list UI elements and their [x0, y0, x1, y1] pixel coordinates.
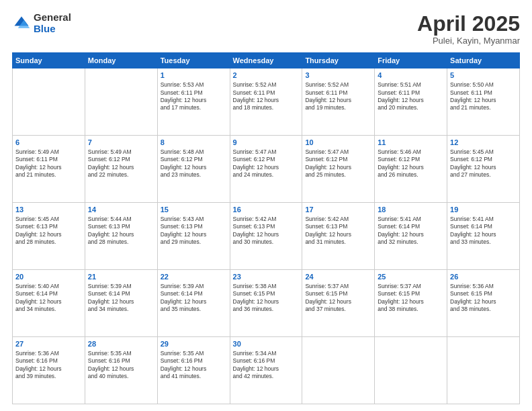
calendar-cell: 23Sunrise: 5:38 AM Sunset: 6:15 PM Dayli… [230, 270, 302, 337]
day-info: Sunrise: 5:38 AM Sunset: 6:15 PM Dayligh… [233, 283, 300, 314]
calendar-cell: 21Sunrise: 5:39 AM Sunset: 6:14 PM Dayli… [85, 270, 157, 337]
subtitle: Pulei, Kayin, Myanmar [417, 36, 520, 46]
day-number: 5 [450, 71, 517, 81]
day-number: 12 [450, 138, 517, 148]
calendar-cell: 13Sunrise: 5:45 AM Sunset: 6:13 PM Dayli… [13, 203, 85, 270]
day-info: Sunrise: 5:43 AM Sunset: 6:13 PM Dayligh… [161, 216, 227, 246]
calendar-cell: 8Sunrise: 5:48 AM Sunset: 6:12 PM Daylig… [157, 136, 230, 203]
day-number: 27 [15, 339, 82, 349]
day-number: 1 [161, 71, 227, 81]
weekday-header-thursday: Thursday [302, 53, 375, 68]
day-number: 7 [88, 138, 154, 148]
day-info: Sunrise: 5:41 AM Sunset: 6:14 PM Dayligh… [378, 216, 444, 246]
day-info: Sunrise: 5:52 AM Sunset: 6:11 PM Dayligh… [305, 81, 371, 112]
calendar-cell: 6Sunrise: 5:49 AM Sunset: 6:11 PM Daylig… [13, 136, 85, 203]
day-info: Sunrise: 5:35 AM Sunset: 6:16 PM Dayligh… [161, 350, 227, 381]
day-number: 18 [378, 205, 444, 215]
calendar-cell: 16Sunrise: 5:42 AM Sunset: 6:13 PM Dayli… [230, 203, 302, 270]
calendar-cell [447, 337, 520, 404]
day-number: 11 [378, 138, 444, 148]
day-number: 30 [233, 339, 300, 349]
weekday-header-monday: Monday [85, 53, 157, 68]
calendar-cell: 24Sunrise: 5:37 AM Sunset: 6:15 PM Dayli… [302, 270, 375, 337]
day-number: 10 [305, 138, 371, 148]
weekday-header-tuesday: Tuesday [157, 53, 230, 68]
week-row-3: 20Sunrise: 5:40 AM Sunset: 6:14 PM Dayli… [13, 270, 520, 337]
day-number: 2 [233, 71, 300, 81]
logo-general: General [34, 12, 71, 24]
day-info: Sunrise: 5:36 AM Sunset: 6:16 PM Dayligh… [15, 350, 82, 381]
weekday-header-friday: Friday [375, 53, 447, 68]
calendar-cell: 30Sunrise: 5:34 AM Sunset: 6:16 PM Dayli… [230, 337, 302, 404]
calendar-cell: 17Sunrise: 5:42 AM Sunset: 6:13 PM Dayli… [302, 203, 375, 270]
weekday-header-sunday: Sunday [13, 53, 85, 68]
day-info: Sunrise: 5:49 AM Sunset: 6:11 PM Dayligh… [15, 148, 82, 179]
calendar-cell [302, 337, 375, 404]
day-info: Sunrise: 5:51 AM Sunset: 6:11 PM Dayligh… [378, 81, 444, 112]
calendar-cell: 7Sunrise: 5:49 AM Sunset: 6:12 PM Daylig… [85, 136, 157, 203]
weekday-header-saturday: Saturday [447, 53, 520, 68]
calendar-cell: 4Sunrise: 5:51 AM Sunset: 6:11 PM Daylig… [375, 68, 447, 136]
day-info: Sunrise: 5:48 AM Sunset: 6:12 PM Dayligh… [161, 148, 227, 179]
logo-text: General Blue [34, 12, 71, 34]
day-number: 19 [450, 205, 517, 215]
day-info: Sunrise: 5:42 AM Sunset: 6:13 PM Dayligh… [233, 216, 300, 246]
calendar-cell: 29Sunrise: 5:35 AM Sunset: 6:16 PM Dayli… [157, 337, 230, 404]
day-info: Sunrise: 5:46 AM Sunset: 6:12 PM Dayligh… [378, 148, 444, 179]
calendar-cell [375, 337, 447, 404]
day-number: 17 [305, 205, 371, 215]
day-number: 8 [161, 138, 227, 148]
calendar-cell [85, 68, 157, 136]
calendar-cell [13, 68, 85, 136]
day-number: 6 [15, 138, 82, 148]
day-info: Sunrise: 5:53 AM Sunset: 6:11 PM Dayligh… [161, 81, 227, 112]
day-info: Sunrise: 5:47 AM Sunset: 6:12 PM Dayligh… [305, 148, 371, 179]
day-info: Sunrise: 5:39 AM Sunset: 6:14 PM Dayligh… [161, 283, 227, 314]
calendar-cell: 14Sunrise: 5:44 AM Sunset: 6:13 PM Dayli… [85, 203, 157, 270]
day-info: Sunrise: 5:52 AM Sunset: 6:11 PM Dayligh… [233, 81, 300, 112]
day-number: 16 [233, 205, 300, 215]
calendar-body: 1Sunrise: 5:53 AM Sunset: 6:11 PM Daylig… [13, 68, 520, 404]
day-number: 22 [161, 272, 227, 282]
day-info: Sunrise: 5:47 AM Sunset: 6:12 PM Dayligh… [233, 148, 300, 179]
calendar-cell: 25Sunrise: 5:37 AM Sunset: 6:15 PM Dayli… [375, 270, 447, 337]
day-number: 25 [378, 272, 444, 282]
title-block: April 2025 Pulei, Kayin, Myanmar [417, 12, 520, 46]
day-number: 24 [305, 272, 371, 282]
day-number: 9 [233, 138, 300, 148]
page: General Blue April 2025 Pulei, Kayin, My… [0, 0, 532, 411]
calendar-cell: 9Sunrise: 5:47 AM Sunset: 6:12 PM Daylig… [230, 136, 302, 203]
day-number: 21 [88, 272, 154, 282]
calendar-cell: 2Sunrise: 5:52 AM Sunset: 6:11 PM Daylig… [230, 68, 302, 136]
day-number: 3 [305, 71, 371, 81]
weekday-row: SundayMondayTuesdayWednesdayThursdayFrid… [13, 53, 520, 68]
calendar: SundayMondayTuesdayWednesdayThursdayFrid… [12, 52, 520, 404]
day-info: Sunrise: 5:37 AM Sunset: 6:15 PM Dayligh… [305, 283, 371, 314]
calendar-header: SundayMondayTuesdayWednesdayThursdayFrid… [13, 53, 520, 68]
day-info: Sunrise: 5:45 AM Sunset: 6:13 PM Dayligh… [15, 216, 82, 246]
day-info: Sunrise: 5:41 AM Sunset: 6:14 PM Dayligh… [450, 216, 517, 246]
day-info: Sunrise: 5:45 AM Sunset: 6:12 PM Dayligh… [450, 148, 517, 179]
day-info: Sunrise: 5:35 AM Sunset: 6:16 PM Dayligh… [88, 350, 154, 381]
calendar-cell: 11Sunrise: 5:46 AM Sunset: 6:12 PM Dayli… [375, 136, 447, 203]
calendar-cell: 15Sunrise: 5:43 AM Sunset: 6:13 PM Dayli… [157, 203, 230, 270]
calendar-cell: 28Sunrise: 5:35 AM Sunset: 6:16 PM Dayli… [85, 337, 157, 404]
calendar-cell: 20Sunrise: 5:40 AM Sunset: 6:14 PM Dayli… [13, 270, 85, 337]
week-row-1: 6Sunrise: 5:49 AM Sunset: 6:11 PM Daylig… [13, 136, 520, 203]
calendar-cell: 26Sunrise: 5:36 AM Sunset: 6:15 PM Dayli… [447, 270, 520, 337]
day-info: Sunrise: 5:44 AM Sunset: 6:13 PM Dayligh… [88, 216, 154, 246]
day-info: Sunrise: 5:36 AM Sunset: 6:15 PM Dayligh… [450, 283, 517, 314]
logo-blue: Blue [34, 24, 71, 35]
day-number: 15 [161, 205, 227, 215]
calendar-cell: 3Sunrise: 5:52 AM Sunset: 6:11 PM Daylig… [302, 68, 375, 136]
day-number: 20 [15, 272, 82, 282]
calendar-cell: 10Sunrise: 5:47 AM Sunset: 6:12 PM Dayli… [302, 136, 375, 203]
logo-icon [12, 14, 31, 33]
main-title: April 2025 [417, 12, 520, 36]
calendar-cell: 18Sunrise: 5:41 AM Sunset: 6:14 PM Dayli… [375, 203, 447, 270]
calendar-cell: 5Sunrise: 5:50 AM Sunset: 6:11 PM Daylig… [447, 68, 520, 136]
week-row-0: 1Sunrise: 5:53 AM Sunset: 6:11 PM Daylig… [13, 68, 520, 136]
calendar-cell: 12Sunrise: 5:45 AM Sunset: 6:12 PM Dayli… [447, 136, 520, 203]
calendar-cell: 1Sunrise: 5:53 AM Sunset: 6:11 PM Daylig… [157, 68, 230, 136]
header: General Blue April 2025 Pulei, Kayin, My… [12, 12, 520, 46]
